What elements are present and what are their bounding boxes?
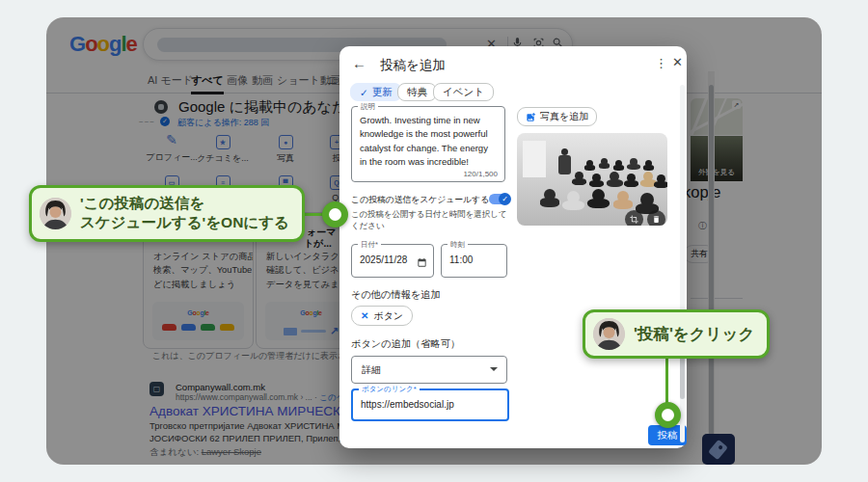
callout-connector-line [665, 357, 668, 405]
description-label: 説明 [358, 102, 378, 112]
date-field[interactable]: 日付* 2025/11/28 [351, 244, 434, 278]
schedule-toggle[interactable]: ✓ [489, 194, 510, 204]
presenter-avatar [40, 198, 71, 229]
speaker-figure [561, 148, 568, 155]
remove-chip-icon[interactable]: ✕ [361, 310, 368, 321]
dropdown-caret-icon [490, 367, 498, 371]
add-post-dialog: ← 投稿を追加 ⋮ ✕ ✓更新 特典 イベント 説明 Growth. Inves… [339, 46, 687, 448]
back-arrow-icon[interactable]: ← [352, 55, 366, 71]
schedule-help-text: この投稿を公開する日付と時間を選択してください [351, 208, 511, 232]
screenshot-canvas: Google ✕ AI モード すべて 画像 動画 ショート動画 ニ [0, 0, 868, 482]
post-photo-preview [517, 133, 667, 226]
toggle-check-icon: ✓ [499, 193, 511, 205]
tab-offer[interactable]: 特典 [397, 83, 437, 101]
calendar-icon[interactable] [417, 254, 427, 272]
tab-update[interactable]: ✓更新 [350, 83, 402, 101]
trash-icon [652, 215, 661, 224]
whiteboard [523, 141, 546, 177]
description-textarea[interactable]: 説明 Growth. Investing time in new knowled… [351, 106, 505, 182]
button-link-field[interactable]: ボタンのリンク* https://embedsocial.jp [351, 388, 509, 421]
add-button-heading: ボタンの追加（省略可） [351, 337, 460, 351]
post-callout-bubble: '投稿'をクリック [583, 309, 770, 359]
check-icon: ✓ [360, 87, 368, 98]
tab-event[interactable]: イベント [433, 83, 494, 101]
dialog-more-icon[interactable]: ⋮ [655, 56, 667, 70]
description-text: Growth. Investing time in new knowledge … [360, 114, 497, 169]
dialog-title: 投稿を追加 [380, 57, 446, 74]
add-photo-button[interactable]: 写真を追加 [517, 107, 597, 126]
time-field[interactable]: 時刻 11:00 [441, 244, 507, 278]
presenter-avatar [593, 318, 625, 350]
schedule-callout-text: 'この投稿の送信をスケジュールする'をONにする [80, 194, 289, 233]
post-target-marker [655, 402, 681, 428]
dialog-close-icon[interactable]: ✕ [672, 55, 683, 69]
crop-photo-button[interactable] [625, 210, 643, 226]
more-info-heading: その他の情報を追加 [351, 288, 441, 302]
schedule-callout-bubble: 'この投稿の送信をスケジュールする'をONにする [29, 185, 305, 242]
button-chip[interactable]: ✕ボタン [351, 306, 413, 326]
post-callout-text: '投稿'をクリック [634, 324, 754, 345]
dialog-scrollbar-thumb[interactable] [680, 357, 685, 399]
crop-icon [630, 215, 638, 224]
add-photo-icon [526, 112, 536, 122]
button-type-select[interactable]: 詳細 [351, 356, 507, 384]
delete-photo-button[interactable] [647, 210, 665, 226]
char-counter: 120/1,500 [463, 170, 498, 178]
schedule-toggle-label: この投稿の送信をスケジュールする [351, 194, 492, 206]
schedule-target-marker [322, 201, 348, 228]
